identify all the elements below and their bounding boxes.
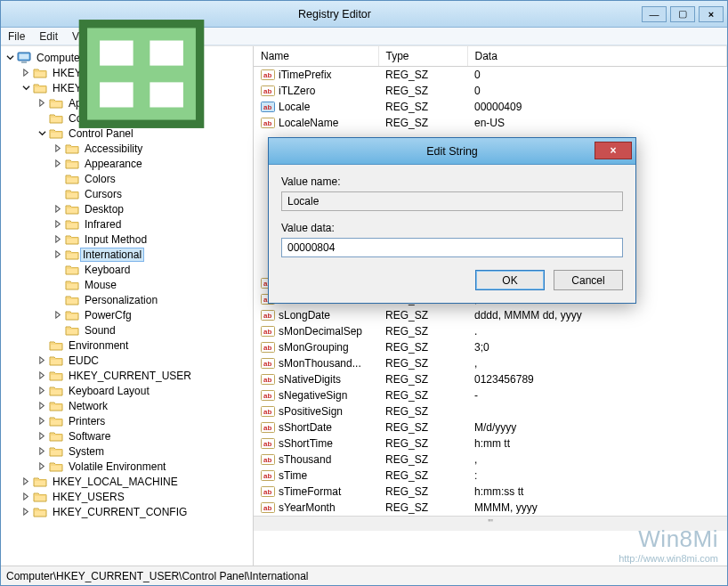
tree-item[interactable]: Environment	[36, 338, 253, 353]
expander-closed-icon[interactable]	[53, 204, 63, 215]
string-value-icon	[261, 101, 275, 113]
tree-item[interactable]: Sound	[53, 322, 253, 338]
folder-icon	[49, 445, 63, 458]
table-row[interactable]: sLongDateREG_SZdddd, MMMM dd, yyyy	[254, 307, 727, 323]
expander-closed-icon[interactable]	[36, 446, 47, 457]
table-row[interactable]: sTimeREG_SZ:	[254, 468, 727, 484]
expander-closed-icon[interactable]	[53, 159, 63, 169]
expander-closed-icon[interactable]	[53, 143, 63, 154]
value-name: LocaleName	[279, 117, 338, 129]
string-value-icon	[261, 309, 275, 321]
column-header-type[interactable]: Type	[378, 46, 467, 66]
value-type: REG_SZ	[378, 66, 467, 83]
value-type: REG_SZ	[378, 435, 467, 452]
tree-item[interactable]: HKEY_USERS	[20, 489, 253, 504]
tree-item[interactable]: Accessibility	[53, 141, 253, 156]
ok-button[interactable]: OK	[475, 270, 545, 290]
tree-item-label: Appearance	[83, 158, 144, 170]
cancel-button[interactable]: Cancel	[554, 270, 623, 290]
tree-item[interactable]: Personalization	[53, 292, 253, 307]
table-row[interactable]: sMonDecimalSepREG_SZ.	[254, 323, 727, 339]
expander-closed-icon[interactable]	[53, 249, 63, 260]
horizontal-scrollbar[interactable]: '''	[254, 516, 727, 531]
expander-closed-icon[interactable]	[36, 355, 47, 366]
value-type: REG_SZ	[378, 307, 467, 323]
table-row[interactable]: sShortDateREG_SZM/d/yyyy	[254, 419, 727, 435]
tree-item[interactable]: Volatile Environment	[36, 459, 253, 474]
expander-closed-icon[interactable]	[53, 310, 63, 321]
tree-item[interactable]: Mouse	[53, 277, 253, 292]
table-row[interactable]: sNegativeSignREG_SZ-	[254, 387, 727, 403]
window-close-button[interactable]: ×	[699, 6, 724, 22]
expander-closed-icon[interactable]	[20, 492, 31, 502]
window-maximize-button[interactable]: ▢	[670, 6, 695, 22]
tree-item[interactable]: HKEY_LOCAL_MACHINE	[20, 474, 253, 489]
expander-closed-icon[interactable]	[53, 219, 63, 230]
tree-item-label: Keyboard	[83, 264, 132, 276]
value-data: h:mm tt	[467, 435, 727, 452]
string-value-icon	[261, 485, 275, 498]
tree-item[interactable]: System	[36, 444, 253, 459]
tree-item[interactable]: Cursors	[53, 186, 253, 201]
tree-item[interactable]: Keyboard Layout	[36, 383, 253, 398]
folder-icon	[65, 309, 79, 321]
tree-item[interactable]: Desktop	[53, 201, 253, 216]
string-value-icon	[261, 389, 275, 402]
table-row[interactable]: sPositiveSignREG_SZ	[254, 403, 727, 419]
value-name-field: Locale	[281, 191, 623, 211]
table-row[interactable]: sTimeFormatREG_SZh:mm:ss tt	[254, 484, 727, 500]
list-pane[interactable]: Name Type Data iTimePrefixREG_SZ0iTLZero…	[254, 46, 727, 566]
expander-closed-icon[interactable]	[36, 416, 47, 427]
dialog-titlebar[interactable]: Edit String ×	[269, 138, 635, 165]
value-name: sThousand	[279, 453, 331, 466]
expander-closed-icon[interactable]	[36, 431, 47, 442]
tree-item[interactable]: Colors	[53, 171, 253, 186]
folder-icon	[33, 506, 47, 518]
expander-closed-icon[interactable]	[20, 507, 31, 517]
table-row[interactable]: sShortTimeREG_SZh:mm tt	[254, 435, 727, 452]
tree-item[interactable]: Software	[36, 428, 253, 444]
value-data: 0	[467, 83, 727, 99]
table-row[interactable]: iTLZeroREG_SZ0	[254, 83, 727, 99]
string-value-icon	[261, 69, 275, 81]
tree-item[interactable]: Network	[36, 398, 253, 413]
expander-closed-icon[interactable]	[20, 476, 31, 487]
tree-item[interactable]: Printers	[36, 413, 253, 428]
table-row[interactable]: sThousandREG_SZ,	[254, 452, 727, 468]
tree-item-label: Sound	[83, 324, 117, 337]
tree-item[interactable]: Input Method	[53, 232, 253, 247]
value-data-input[interactable]	[281, 238, 623, 257]
tree-item[interactable]: Keyboard	[53, 262, 253, 277]
expander-closed-icon[interactable]	[36, 461, 47, 472]
table-row[interactable]: sYearMonthREG_SZMMMM, yyyy	[254, 500, 727, 516]
table-row[interactable]: sNativeDigitsREG_SZ0123456789	[254, 371, 727, 387]
value-name: sTime	[279, 469, 307, 482]
tree-item[interactable]: EUDC	[36, 353, 253, 368]
tree-item[interactable]: HKEY_CURRENT_CONFIG	[20, 504, 253, 519]
value-data: h:mm:ss tt	[467, 484, 727, 500]
tree-item[interactable]: Infrared	[53, 216, 253, 232]
table-row[interactable]: sMonThousand...REG_SZ,	[254, 355, 727, 371]
string-value-icon	[261, 341, 275, 354]
expander-closed-icon[interactable]	[36, 401, 47, 411]
expander-closed-icon[interactable]	[36, 370, 47, 381]
tree-item-label: System	[67, 445, 106, 458]
expander-closed-icon[interactable]	[36, 386, 47, 396]
folder-icon	[65, 264, 79, 276]
table-row[interactable]: sMonGroupingREG_SZ3;0	[254, 339, 727, 355]
tree-item[interactable]: PowerCfg	[53, 307, 253, 322]
tree-item[interactable]: International	[53, 247, 253, 262]
column-header-data[interactable]: Data	[467, 46, 727, 66]
table-row[interactable]: LocaleNameREG_SZen-US	[254, 115, 727, 131]
tree-item[interactable]: HKEY_CURRENT_USER	[36, 368, 253, 383]
tree-item[interactable]: Appearance	[53, 156, 253, 171]
column-header-name[interactable]: Name	[254, 46, 378, 66]
expander-closed-icon[interactable]	[53, 234, 63, 245]
dialog-close-button[interactable]: ×	[595, 142, 632, 159]
folder-icon	[65, 294, 79, 306]
tree-item-label: International	[80, 248, 144, 262]
window-minimize-button[interactable]: —	[642, 6, 667, 22]
table-row[interactable]: iTimePrefixREG_SZ0	[254, 66, 727, 83]
value-data: MMMM, yyyy	[467, 500, 727, 516]
table-row[interactable]: LocaleREG_SZ00000409	[254, 99, 727, 115]
